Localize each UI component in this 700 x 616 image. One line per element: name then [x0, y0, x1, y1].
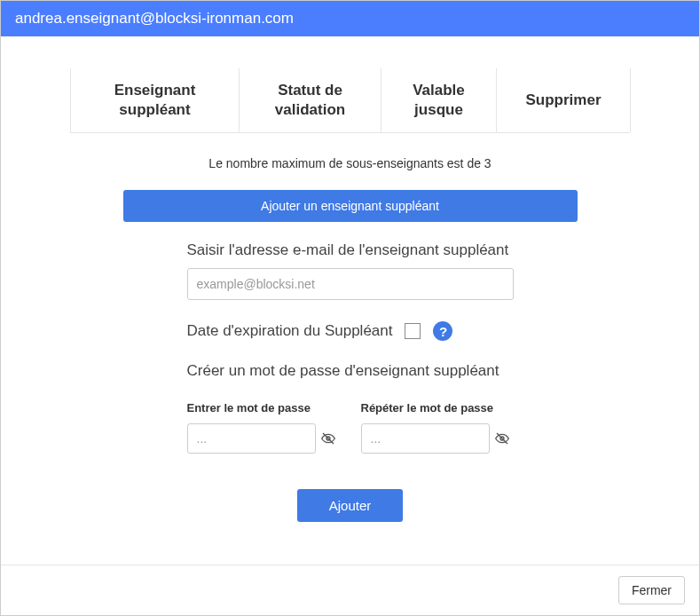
eye-off-icon[interactable] — [495, 431, 509, 446]
submit-row: Ajouter — [187, 489, 514, 522]
expiration-checkbox[interactable] — [405, 323, 421, 339]
column-delete: Supprimer — [496, 68, 631, 132]
close-button[interactable]: Fermer — [618, 576, 685, 604]
add-substitute-teacher-button[interactable]: Ajouter un enseignant suppléant — [123, 190, 578, 222]
password-repeat-col: Répéter le mot de passe — [361, 401, 514, 454]
column-valid-until: Valable jusque — [381, 68, 496, 132]
eye-off-icon[interactable] — [321, 431, 335, 446]
form-section: Saisir l'adresse e-mail de l'enseignant … — [187, 241, 514, 522]
add-button[interactable]: Ajouter — [297, 489, 404, 522]
dialog-content: Enseignant suppléant Statut de validatio… — [1, 36, 699, 540]
column-validation-status: Statut de validation — [239, 68, 381, 132]
password-row: Entrer le mot de passe Répéter le mot de… — [187, 401, 514, 454]
email-input[interactable] — [187, 268, 514, 300]
password-label: Entrer le mot de passe — [187, 401, 340, 415]
password-section-label: Créer un mot de passe d'enseignant suppl… — [187, 362, 514, 380]
column-substitute-teacher: Enseignant suppléant — [70, 68, 239, 132]
password-col: Entrer le mot de passe — [187, 401, 340, 454]
expiration-row: Date d'expiration du Suppléant ? — [187, 321, 514, 341]
table-header-row: Enseignant suppléant Statut de validatio… — [70, 68, 630, 133]
max-teachers-info: Le nombre maximum de sous-enseignants es… — [70, 156, 630, 170]
user-email: andrea.enseignant@blocksi-ironman.com — [15, 10, 294, 27]
dialog-header: andrea.enseignant@blocksi-ironman.com — [1, 1, 699, 36]
expiration-label: Date d'expiration du Suppléant — [187, 322, 393, 340]
dialog-footer: Fermer — [1, 565, 699, 615]
password-repeat-label: Répéter le mot de passe — [361, 401, 514, 415]
password-input[interactable] — [187, 423, 316, 454]
email-label: Saisir l'adresse e-mail de l'enseignant … — [187, 241, 514, 259]
help-icon[interactable]: ? — [433, 321, 452, 341]
password-repeat-input[interactable] — [361, 423, 490, 454]
